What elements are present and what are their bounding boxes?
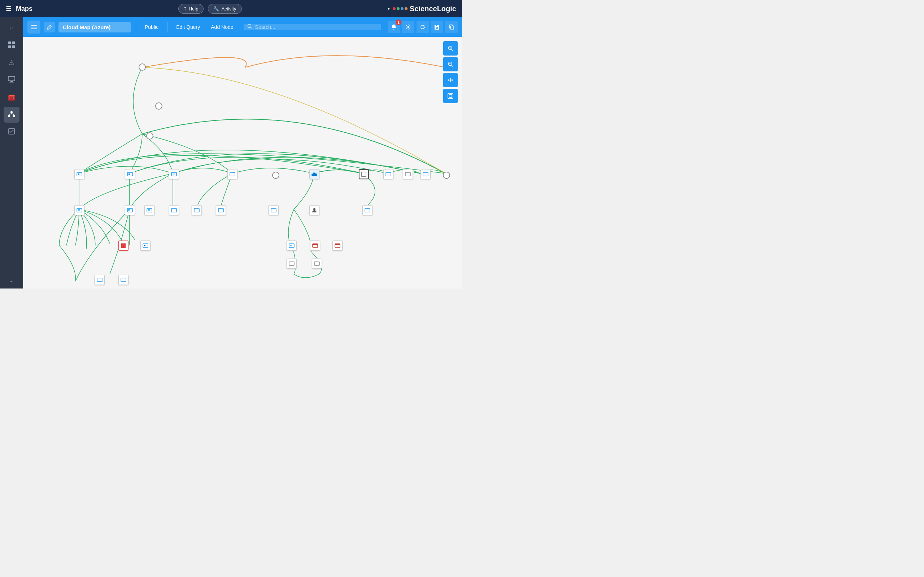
sidebar-item-dashboard[interactable] [3, 37, 19, 53]
svg-rect-13 [31, 25, 37, 26]
node-flag-2[interactable] [287, 240, 297, 251]
sidebar-item-devices[interactable] [3, 72, 19, 88]
svg-rect-38 [218, 208, 223, 212]
node-icon-1[interactable] [74, 169, 84, 179]
refresh-button[interactable] [417, 21, 429, 33]
devices-icon [8, 76, 15, 84]
sidebar-item-topology[interactable] [3, 107, 19, 122]
node-row2-2[interactable] [125, 205, 135, 215]
svg-rect-15 [31, 29, 37, 29]
svg-rect-27 [386, 172, 391, 176]
search-input[interactable] [255, 24, 378, 30]
edit-pencil-button[interactable] [44, 22, 55, 32]
settings-button[interactable] [402, 21, 414, 33]
node-row2-3[interactable] [144, 205, 155, 215]
sidebar-bottom: ... [7, 274, 16, 285]
node-top-center[interactable] [139, 63, 146, 71]
svg-rect-1 [12, 42, 15, 44]
node-third-level[interactable] [146, 132, 153, 140]
dropdown-arrow-icon[interactable]: ▾ [388, 6, 390, 11]
map-title-input[interactable] [58, 22, 131, 32]
svg-line-52 [452, 49, 453, 51]
svg-rect-33 [128, 209, 130, 211]
logo-dot-orange [405, 7, 407, 10]
node-right-top[interactable] [443, 172, 450, 179]
svg-rect-12 [9, 128, 15, 134]
node-icon-2[interactable] [125, 169, 135, 179]
sidebar-more-button[interactable]: ... [7, 274, 16, 285]
svg-rect-19 [451, 26, 454, 29]
node-icon-7[interactable] [420, 169, 431, 179]
svg-rect-36 [171, 208, 176, 212]
node-azure-icon[interactable] [309, 169, 320, 179]
node-flag-3[interactable] [310, 240, 320, 251]
nav-left: ☰ Maps [6, 5, 32, 13]
notifications-button[interactable]: 1 [388, 21, 400, 33]
activity-button[interactable]: 🔧 Activity [208, 4, 241, 14]
sidebar-item-home[interactable]: ⌂ [3, 20, 19, 36]
node-row2-6[interactable] [216, 205, 226, 215]
svg-point-9 [13, 115, 15, 117]
node-user[interactable] [309, 205, 320, 215]
main-layout: ⌂ ⚠ 🧰 [0, 17, 462, 288]
map-connections-svg [23, 37, 462, 288]
node-center-left[interactable] [272, 172, 279, 179]
save-button[interactable] [431, 21, 443, 33]
node-row2-9[interactable] [362, 205, 373, 215]
svg-rect-4 [8, 76, 15, 81]
node-icon-4[interactable] [228, 169, 237, 179]
copy-button[interactable] [446, 21, 458, 33]
logo-dot-green [397, 7, 399, 10]
node-bottom-1[interactable] [95, 275, 105, 285]
node-bottom-2[interactable] [118, 275, 129, 285]
services-icon: 🧰 [8, 93, 16, 102]
pan-button[interactable] [443, 73, 458, 87]
node-icon-3[interactable] [169, 169, 179, 179]
help-button[interactable]: ? Help [178, 4, 204, 14]
node-square[interactable] [359, 169, 369, 179]
edit-query-button[interactable]: Edit Query [173, 22, 204, 32]
layers-button[interactable] [27, 21, 40, 34]
svg-rect-37 [194, 208, 199, 212]
sidebar-item-services[interactable]: 🧰 [3, 89, 19, 105]
node-flag-4[interactable] [333, 240, 342, 251]
sciencelogic-logo: ScienceLogic [393, 5, 456, 13]
node-row2-1[interactable] [74, 205, 84, 215]
svg-rect-0 [8, 42, 11, 44]
map-toolbar: Public Edit Query Add Node [23, 17, 462, 37]
svg-point-8 [8, 115, 10, 117]
zoom-in-button[interactable] [443, 41, 458, 56]
node-row2-5[interactable] [192, 205, 202, 215]
zoom-out-button[interactable] [443, 57, 458, 71]
toolbar-actions: 1 [388, 21, 458, 33]
node-row2-4[interactable] [169, 205, 179, 215]
public-button[interactable]: Public [141, 22, 162, 32]
logo-dots [393, 7, 407, 10]
svg-rect-47 [97, 278, 102, 282]
sidebar-item-alerts[interactable]: ⚠ [3, 55, 19, 71]
toolbar-divider-2 [167, 22, 168, 32]
node-icon-6[interactable] [403, 169, 413, 179]
node-red-square[interactable] [118, 240, 129, 251]
svg-line-17 [250, 27, 252, 29]
node-bottom-4[interactable] [312, 259, 322, 269]
fit-button[interactable] [443, 89, 458, 103]
svg-rect-42 [121, 243, 126, 248]
node-flag-1[interactable] [141, 240, 150, 251]
svg-rect-3 [12, 45, 15, 48]
svg-rect-26 [362, 172, 366, 176]
node-second-level[interactable] [155, 102, 162, 110]
svg-line-10 [9, 113, 11, 115]
node-row2-7[interactable] [268, 205, 279, 215]
map-canvas[interactable] [23, 37, 462, 288]
sidebar-item-tasks[interactable] [3, 124, 19, 140]
add-node-button[interactable]: Add Node [207, 22, 237, 32]
topology-icon [8, 110, 16, 120]
node-icon-5[interactable] [383, 169, 393, 179]
node-bottom-3[interactable] [287, 259, 297, 269]
hamburger-menu-icon[interactable]: ☰ [6, 5, 11, 13]
svg-rect-2 [8, 45, 11, 48]
search-container [244, 24, 381, 30]
tasks-icon [8, 128, 15, 137]
svg-rect-39 [271, 208, 276, 212]
